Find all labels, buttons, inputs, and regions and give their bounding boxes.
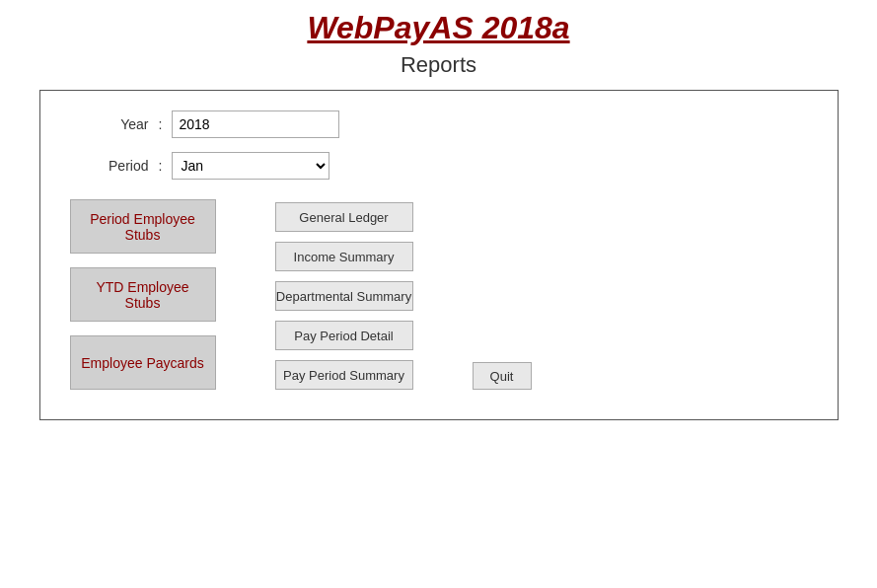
income-summary-button[interactable]: Income Summary [275, 242, 413, 271]
departmental-summary-button[interactable]: Departmental Summary [275, 281, 413, 311]
pay-period-detail-button[interactable]: Pay Period Detail [275, 321, 413, 350]
main-panel: Year : Period : Jan Feb Mar Apr May Jun … [39, 90, 839, 420]
year-label: Year [70, 116, 149, 132]
employee-paycards-button[interactable]: Employee Paycards [70, 335, 216, 390]
period-employee-stubs-button[interactable]: Period Employee Stubs [70, 199, 216, 254]
period-select[interactable]: Jan Feb Mar Apr May Jun Jul Aug Sep Oct … [172, 152, 329, 180]
period-colon: : [159, 158, 163, 174]
left-buttons-group: Period Employee Stubs YTD Employee Stubs… [70, 199, 216, 390]
quit-area: Quit [473, 362, 532, 390]
quit-button[interactable]: Quit [473, 362, 532, 390]
year-input[interactable] [172, 110, 339, 138]
right-buttons-group: General Ledger Income Summary Department… [275, 202, 413, 390]
general-ledger-button[interactable]: General Ledger [275, 202, 413, 232]
right-section: General Ledger Income Summary Department… [275, 199, 532, 390]
period-label: Period [70, 158, 149, 174]
period-row: Period : Jan Feb Mar Apr May Jun Jul Aug… [70, 152, 808, 180]
app-title: WebPayAS 2018a [307, 10, 569, 46]
buttons-section: Period Employee Stubs YTD Employee Stubs… [70, 199, 808, 390]
year-row: Year : [70, 110, 808, 138]
year-colon: : [159, 116, 163, 132]
page-title: Reports [401, 52, 476, 78]
ytd-employee-stubs-button[interactable]: YTD Employee Stubs [70, 267, 216, 322]
pay-period-summary-button[interactable]: Pay Period Summary [275, 360, 413, 390]
